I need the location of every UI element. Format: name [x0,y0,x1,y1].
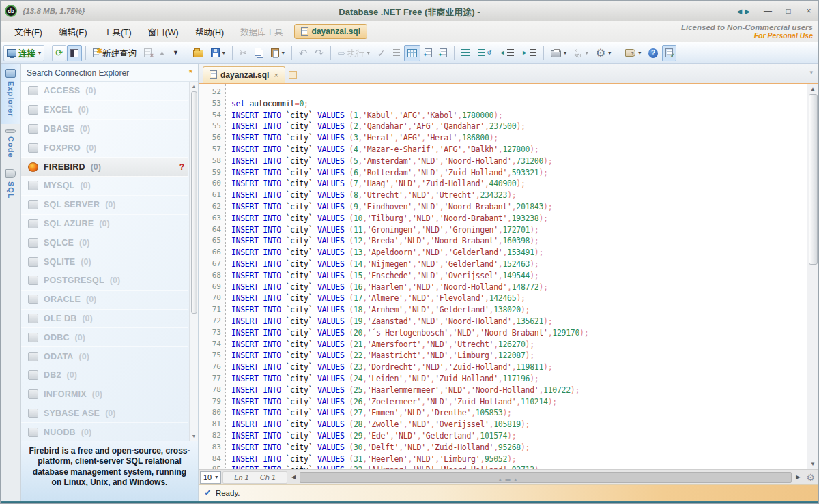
code-line[interactable]: INSERT INTO `city` VALUES (28,'Zwolle','… [231,419,807,430]
code-line[interactable]: INSERT INTO `city` VALUES (14,'Nijmegen'… [231,258,807,270]
help-book-button[interactable]: ▾ [622,45,644,61]
code-line[interactable]: INSERT INTO `city` VALUES (21,'Amersfoor… [231,339,807,351]
minimize-button[interactable]: — [762,6,773,16]
code-line[interactable]: INSERT INTO `city` VALUES (27,'Emmen','N… [231,407,807,419]
connection-item-firebird[interactable]: FIREBIRD(0)? [21,158,188,177]
code-line[interactable]: INSERT INTO `city` VALUES (26,'Zoetermee… [231,396,807,408]
new-query-button[interactable]: ✱ 新建查询 [89,45,140,61]
indent-button[interactable]: ► [518,45,540,61]
menu-item[interactable]: 数据库工具 [233,23,290,41]
code-line[interactable]: INSERT INTO `city` VALUES (4,'Mazar-e-Sh… [231,144,807,155]
code-line[interactable]: INSERT INTO `city` VALUES (1,'Kabul','AF… [231,110,807,121]
code-lines[interactable]: set autocommit=0;INSERT INTO `city` VALU… [226,84,807,469]
connection-item-postgresql[interactable]: POSTGRESQL(0) [21,271,188,291]
connection-item-oledb[interactable]: OLE DB(0) [21,310,188,329]
code-line[interactable]: INSERT INTO `city` VALUES (7,'Haag','NLD… [231,178,807,190]
paste-button[interactable]: ▾ [268,45,288,61]
tab-sql[interactable]: SQL [1,164,20,206]
validate-document-button[interactable]: ✓ [662,45,676,61]
connection-item-odbc[interactable]: ODBC(0) [21,328,188,347]
redo-button[interactable]: ↷ [311,45,327,61]
maximize-button[interactable]: □ [783,6,794,16]
connection-item-dbase[interactable]: DBASE(0) [21,120,188,139]
connection-item-sqlite[interactable]: SQLITE(0) [21,252,188,271]
menu-item[interactable]: 工具(T) [97,23,139,41]
code-line[interactable]: INSERT INTO `city` VALUES (19,'Zaanstad'… [231,316,807,327]
scrollbar-thumb[interactable] [809,94,818,265]
code-line[interactable]: INSERT INTO `city` VALUES (9,'Eindhoven'… [231,201,807,213]
sql-builder-button[interactable]: ⚒SQL▾ [571,45,592,61]
refresh-button[interactable]: ⟳ [52,45,66,61]
move-up-button[interactable]: ▲ [156,45,169,61]
code-line[interactable]: INSERT INTO `city` VALUES (17,'Almere','… [231,293,807,304]
code-line[interactable]: INSERT INTO `city` VALUES (30,'Delft','N… [231,442,807,454]
execute-button[interactable]: ⇨ 执行 ▾ [334,45,373,61]
cut-button[interactable]: ✂ [236,45,250,61]
code-line[interactable]: INSERT INTO `city` VALUES (3,'Herat','AF… [231,132,807,144]
connect-button[interactable]: 连接 ▾ [3,45,44,61]
code-line[interactable]: INSERT INTO `city` VALUES (13,'Apeldoorn… [231,247,807,258]
menu-item[interactable]: 窗口(W) [141,23,186,41]
search-input[interactable]: Search Connection Explorer [27,68,189,78]
unformat-sql-button[interactable]: ↺ [474,45,495,61]
editor-tab-dayanzai[interactable]: dayanzai.sql × [203,66,285,83]
code-line[interactable]: INSERT INTO `city` VALUES (15,'Enschede'… [231,270,807,282]
splitter-handle[interactable]: ▴ ▬ ▴ [499,477,518,482]
save-button[interactable]: ▾ [207,45,229,61]
code-line[interactable]: INSERT INTO `city` VALUES (2,'Qandahar',… [231,121,807,132]
connection-item-foxpro[interactable]: FOXPRO(0) [21,138,188,158]
code-line[interactable]: set autocommit=0; [231,98,807,110]
format-sql-button[interactable] [458,45,474,61]
scroll-up-icon[interactable]: ▲ [190,82,198,91]
connection-item-access[interactable]: ACCESS(0) [21,82,188,101]
horizontal-scrollbar[interactable] [300,472,792,483]
menu-item[interactable]: 文件(F) [8,23,49,41]
search-row[interactable]: Search Connection Explorer * [21,64,198,82]
code-line[interactable]: INSERT INTO `city` VALUES (11,'Groningen… [231,224,807,236]
code-line[interactable]: INSERT INTO `city` VALUES (23,'Dordrecht… [231,361,807,373]
code-line[interactable]: INSERT INTO `city` VALUES (31,'Heerlen',… [231,454,807,465]
code-line[interactable]: INSERT INTO `city` VALUES (5,'Amsterdam'… [231,155,807,167]
tab-explorer[interactable]: Explorer [1,64,20,124]
export-file-button[interactable]: ✦ [436,45,450,61]
scroll-down-icon[interactable]: ▼ [190,432,198,441]
code-line[interactable]: INSERT INTO `city` VALUES (18,'Arnhem','… [231,304,807,316]
connection-item-excel[interactable]: EXCEL(0) [21,101,188,120]
connection-item-sql-azure[interactable]: SQL AZURE(0) [21,215,188,234]
explain-plan-button[interactable] [390,45,403,61]
code-line[interactable]: INSERT INTO `city` VALUES (6,'Rotterdam'… [231,167,807,179]
window-nav-arrows[interactable]: ◀▶ [737,8,753,15]
document-window-tab[interactable]: dayanzai.sql [294,24,367,39]
connection-item-oracle[interactable]: ORACLE(0) [21,291,188,310]
sidebar-toggle-button[interactable] [67,45,82,61]
favorites-star-icon[interactable]: * [189,68,192,78]
sql-editor[interactable]: 5253545556575859606162636465666768697071… [199,84,818,469]
scrollbar-thumb[interactable] [191,91,197,314]
code-line[interactable]: INSERT INTO `city` VALUES (32,'Alkmaar',… [231,464,807,469]
connection-item-informix[interactable]: INFORMIX(0) [21,385,188,404]
code-line[interactable]: INSERT INTO `city` VALUES (29,'Ede','NLD… [231,430,807,442]
undo-button[interactable]: ↶ [296,45,311,61]
code-line[interactable]: INSERT INTO `city` VALUES (20,'´s-Hertog… [231,327,807,339]
menu-item[interactable]: 编辑(E) [52,23,94,41]
connection-item-db2[interactable]: DB2(0) [21,366,188,385]
sidebar-scrollbar[interactable]: ▲ ▼ [189,82,198,441]
tab-code[interactable]: Code [1,124,20,165]
validate-button[interactable]: ✓ [374,45,389,61]
code-line[interactable]: INSERT INTO `city` VALUES (12,'Breda','N… [231,235,807,247]
tab-list-chevron-icon[interactable]: ▾ [809,69,813,76]
connection-item-mysql[interactable]: MYSQL(0) [21,177,188,196]
menu-item[interactable]: 帮助(H) [188,23,231,41]
connection-item-sqlce[interactable]: SQLCE(0) [21,233,188,252]
open-file-button[interactable] [190,45,207,61]
code-line[interactable]: INSERT INTO `city` VALUES (16,'Haarlem',… [231,282,807,293]
scroll-right-icon[interactable]: ▶ [793,474,803,480]
help-button[interactable]: ? [645,45,661,61]
settings-button[interactable]: ⚙▾ [592,45,614,61]
code-line[interactable]: INSERT INTO `city` VALUES (22,'Maastrich… [231,350,807,361]
outdent-button[interactable]: ◄ [495,45,517,61]
new-tab-stub[interactable] [289,71,297,79]
connection-item-sql-server[interactable]: SQL SERVER(0) [21,196,188,215]
code-line[interactable]: INSERT INTO `city` VALUES (25,'Haarlemme… [231,385,807,396]
editor-settings-gear-icon[interactable]: ⚙ [804,472,817,483]
